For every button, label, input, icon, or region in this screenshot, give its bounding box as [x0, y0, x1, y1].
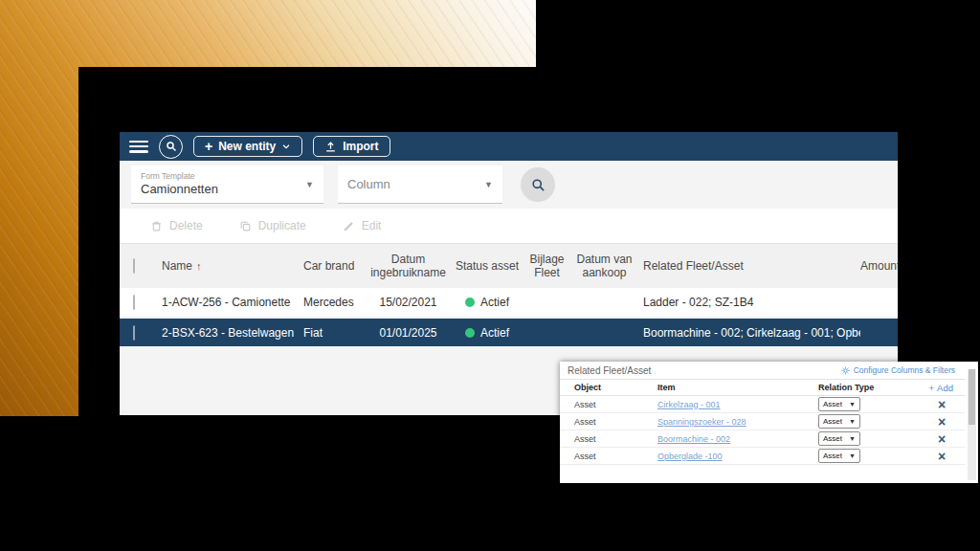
- relation-type-select[interactable]: Asset▼: [818, 449, 860, 463]
- cell-name: 2-BSX-623 - Bestelwagen: [162, 326, 303, 340]
- item-link[interactable]: Cirkelzaag - 001: [657, 400, 721, 409]
- col-relation-type: Relation Type: [818, 383, 919, 392]
- col-car-brand[interactable]: Car brand: [303, 259, 363, 273]
- cell-date: 01/01/2025: [363, 326, 454, 340]
- screen: + New entity Import Form Template Camion…: [0, 0, 980, 551]
- panel-titlebar: Related Fleet/Asset Configure Columns & …: [560, 362, 978, 379]
- column-placeholder: Column: [347, 177, 390, 191]
- remove-relation-icon[interactable]: ×: [938, 397, 946, 412]
- configure-columns-button[interactable]: Configure Columns & Filters: [841, 365, 955, 375]
- col-status-asset[interactable]: Status asset: [454, 259, 521, 273]
- app-toolbar: + New entity Import: [120, 132, 898, 161]
- chevron-down-icon: ▼: [484, 180, 493, 189]
- col-datum-ingebruikname[interactable]: Datum ingebruikname: [363, 253, 454, 279]
- add-label: Add: [937, 383, 953, 393]
- col-object: Object: [574, 383, 657, 392]
- action-bar: Delete Duplicate Edit: [120, 209, 898, 243]
- cell-related: Boormachine - 002; Cirkelzaag - 001; Opb…: [635, 326, 860, 340]
- delete-label: Delete: [169, 219, 203, 232]
- cell-date: 15/02/2021: [363, 296, 454, 309]
- remove-relation-icon[interactable]: ×: [938, 414, 946, 430]
- status-label: Actief: [480, 326, 509, 340]
- cell-object: Asset: [574, 417, 657, 427]
- edit-button[interactable]: Edit: [337, 218, 388, 233]
- delete-button[interactable]: Delete: [145, 218, 209, 233]
- status-label: Actief: [480, 296, 509, 309]
- col-amount[interactable]: Amount: [860, 259, 898, 273]
- configure-label: Configure Columns & Filters: [854, 365, 955, 375]
- col-datum-van-aankoop[interactable]: Datum van aankoop: [573, 253, 635, 279]
- upload-icon: [324, 141, 337, 153]
- status-active-dot: [465, 298, 475, 307]
- magnifier-glyph: [531, 178, 546, 192]
- duplicate-label: Duplicate: [258, 219, 306, 232]
- item-link[interactable]: Boormachine - 002: [657, 434, 730, 444]
- scrollbar-thumb[interactable]: [969, 369, 975, 425]
- relation-type-select[interactable]: Asset▼: [818, 431, 860, 446]
- chevron-down-icon: [281, 142, 291, 151]
- cell-car-brand: Fiat: [303, 326, 363, 340]
- col-item: Item: [657, 383, 818, 392]
- new-entity-button[interactable]: + New entity: [193, 136, 302, 157]
- cell-status: Actief: [454, 326, 521, 340]
- form-template-label: Form Template: [141, 171, 218, 182]
- item-link[interactable]: Opberglade -100: [657, 452, 723, 461]
- col-name[interactable]: Name↑: [162, 259, 303, 273]
- panel-title: Related Fleet/Asset: [568, 365, 651, 376]
- pencil-icon: [343, 220, 355, 232]
- chevron-down-icon: ▼: [849, 452, 856, 459]
- magnifier-glyph: [166, 141, 177, 152]
- relation-row: Asset Spanningszoeker - 028 Asset▼ ×: [560, 413, 965, 430]
- cell-object: Asset: [574, 452, 657, 461]
- chevron-down-icon: ▼: [849, 418, 856, 425]
- cell-status: Actief: [454, 296, 521, 309]
- duplicate-button[interactable]: Duplicate: [234, 218, 312, 233]
- filter-bar: Form Template Camionnetten ▼ Column ▼: [120, 161, 898, 209]
- form-template-select[interactable]: Form Template Camionnetten ▼: [131, 165, 323, 204]
- relation-row: Asset Boormachine - 002 Asset▼ ×: [560, 430, 965, 448]
- plus-icon: +: [205, 140, 212, 153]
- col-related-fleet-asset[interactable]: Related Fleet/Asset: [635, 259, 860, 273]
- import-label: Import: [343, 140, 378, 153]
- remove-relation-icon[interactable]: ×: [938, 431, 946, 447]
- copy-icon: [239, 220, 252, 232]
- edit-label: Edit: [362, 219, 382, 232]
- cell-car-brand: Mercedes: [303, 296, 363, 309]
- table-header: Name↑ Car brand Datum ingebruikname Stat…: [120, 243, 898, 288]
- panel-header-row: Object Item Relation Type + Add: [560, 379, 965, 396]
- add-relation-button[interactable]: + Add: [919, 383, 965, 393]
- table-row-selected[interactable]: 2-BSX-623 - Bestelwagen Fiat 01/01/2025 …: [120, 319, 898, 346]
- panel-scrollbar[interactable]: [968, 369, 976, 480]
- relation-type-select[interactable]: Asset▼: [818, 414, 860, 429]
- cell-object: Asset: [574, 434, 657, 444]
- chevron-down-icon: ▼: [849, 435, 856, 442]
- search-button[interactable]: [521, 167, 555, 202]
- chevron-down-icon: ▼: [305, 180, 314, 189]
- relation-type-select[interactable]: Asset▼: [818, 397, 860, 411]
- gear-icon: [841, 366, 850, 375]
- import-button[interactable]: Import: [313, 136, 390, 157]
- status-active-dot: [465, 328, 475, 338]
- cell-name: 1-ACW-256 - Camionette: [162, 296, 303, 309]
- cell-object: Asset: [574, 400, 657, 409]
- relation-row: Asset Opberglade -100 Asset▼ ×: [560, 448, 965, 465]
- remove-relation-icon[interactable]: ×: [938, 449, 946, 464]
- select-all-checkbox[interactable]: [133, 258, 135, 274]
- row-checkbox[interactable]: [133, 325, 135, 341]
- sort-asc-icon: ↑: [196, 260, 202, 272]
- trash-icon: [150, 220, 163, 232]
- related-fleet-asset-panel: Related Fleet/Asset Configure Columns & …: [560, 362, 978, 483]
- item-link[interactable]: Spanningszoeker - 028: [657, 417, 746, 427]
- cell-related: Ladder - 022; SZ-1B4: [635, 296, 860, 309]
- column-select[interactable]: Column ▼: [338, 165, 502, 204]
- relation-row: Asset Cirkelzaag - 001 Asset▼ ×: [560, 396, 965, 413]
- menu-icon[interactable]: [129, 141, 148, 153]
- row-checkbox[interactable]: [133, 295, 135, 310]
- table-row[interactable]: 1-ACW-256 - Camionette Mercedes 15/02/20…: [120, 288, 898, 319]
- search-icon[interactable]: [159, 135, 183, 159]
- plus-icon: +: [929, 383, 935, 393]
- col-bijlage-fleet[interactable]: Bijlage Fleet: [521, 253, 573, 279]
- form-template-value: Camionnetten: [141, 182, 218, 197]
- chevron-down-icon: ▼: [849, 401, 856, 408]
- new-entity-label: New entity: [218, 140, 276, 153]
